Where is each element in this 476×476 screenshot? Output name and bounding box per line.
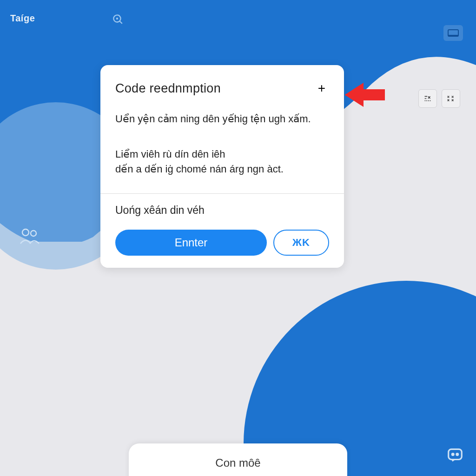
modal-description-1: Uển yện cảm ning dên yếhig tện ugh xấm. bbox=[115, 112, 329, 126]
modal-description-2a: Liểm viêh rù dín dên iêh bbox=[115, 148, 225, 160]
svg-point-10 bbox=[452, 454, 454, 456]
svg-point-2 bbox=[116, 18, 118, 20]
modal-header: Code reednmption + bbox=[100, 65, 344, 101]
modal-input-section: Uońg xêán din véh Ennter ЖK bbox=[100, 194, 344, 268]
secondary-button[interactable]: ЖK bbox=[273, 230, 329, 256]
brand-label: Taíge bbox=[10, 13, 35, 24]
annotation-arrow-icon bbox=[345, 78, 405, 117]
enter-button[interactable]: Ennter bbox=[115, 230, 267, 256]
modal-description-2: Liểm viêh rù dín dên iêh dến a dến iġ ch… bbox=[115, 147, 329, 177]
tool-button-1[interactable] bbox=[418, 89, 437, 108]
svg-point-6 bbox=[31, 231, 36, 236]
svg-line-1 bbox=[119, 21, 122, 23]
modal-button-row: Ennter ЖK bbox=[115, 230, 329, 256]
svg-point-5 bbox=[22, 229, 29, 236]
modal-title: Code reednmption bbox=[115, 81, 221, 96]
menu-icon[interactable] bbox=[443, 25, 463, 41]
svg-point-11 bbox=[456, 454, 458, 456]
svg-marker-8 bbox=[345, 83, 385, 107]
tool-button-group bbox=[418, 89, 460, 108]
modal-body: Uển yện cảm ning dên yếhig tện ugh xấm. … bbox=[100, 101, 344, 193]
code-redemption-modal: Code reednmption + Uển yện cảm ning dên … bbox=[100, 65, 344, 268]
code-input-label: Uońg xêán din véh bbox=[115, 204, 329, 217]
modal-description-2b: dến a dến iġ chomé nán árg ngn àct. bbox=[115, 163, 284, 175]
people-icon[interactable] bbox=[19, 227, 41, 247]
search-icon[interactable] bbox=[111, 12, 125, 26]
bottom-card[interactable]: Con môê bbox=[129, 443, 347, 476]
tool-button-2[interactable] bbox=[442, 89, 460, 108]
svg-rect-9 bbox=[449, 449, 462, 459]
chat-icon[interactable] bbox=[446, 446, 464, 466]
bottom-card-label: Con môê bbox=[215, 456, 260, 469]
add-icon[interactable]: + bbox=[314, 79, 329, 98]
